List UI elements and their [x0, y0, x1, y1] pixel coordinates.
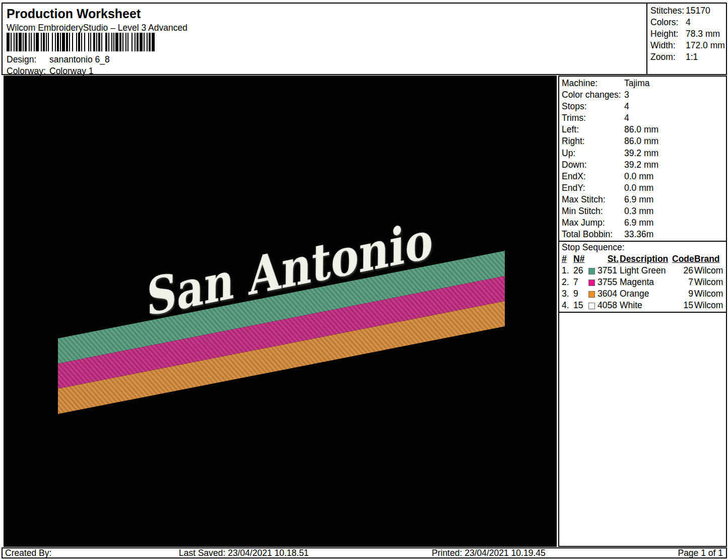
production-worksheet-page: Production Worksheet Wilcom EmbroiderySt…	[0, 0, 728, 560]
machine-info-row: Left:86.0 mm	[559, 124, 726, 135]
summary-row: Stitches:15170	[650, 5, 726, 17]
machine-info-panel: Machine:Tajima Color changes:3 Stops:4 T…	[558, 76, 727, 547]
col-stitch: St.	[588, 253, 620, 265]
stop-sequence-row: 2. 7 3755 Magenta 7 Wilcom	[559, 276, 726, 288]
machine-info-row: Min Stitch:0.3 mm	[559, 205, 726, 217]
design-summary-box: Stitches:15170 Colors:4 Height:78.3 mm W…	[646, 3, 727, 75]
machine-info-row: Max Stitch:6.9 mm	[559, 194, 726, 205]
stop-sequence-title: Stop Sequence:	[559, 242, 726, 253]
design-preview-canvas: San Antonio	[4, 76, 557, 547]
machine-info-row: Machine:Tajima	[559, 78, 726, 89]
machine-info-row: Right:86.0 mm	[559, 135, 726, 147]
design-barcode	[7, 33, 155, 51]
col-num: #	[562, 253, 573, 265]
machine-info-row: Up:39.2 mm	[559, 148, 726, 159]
summary-row: Width:172.0 mm	[650, 40, 726, 51]
design-name-row: Design: sanantonio 6_8	[7, 54, 110, 65]
col-code: Code	[672, 253, 694, 265]
header: Production Worksheet Wilcom EmbroiderySt…	[2, 3, 647, 75]
thread-color-swatch	[588, 291, 595, 298]
stop-sequence-row: 3. 9 3604 Orange 9 Wilcom	[559, 288, 726, 300]
summary-row: Zoom:1:1	[650, 51, 726, 63]
stop-sequence-header: # N# St. Description Code Brand	[559, 253, 726, 265]
machine-info-row: Stops:4	[559, 101, 726, 112]
machine-info-row: Trims:4	[559, 112, 726, 124]
machine-info-row: Down:39.2 mm	[559, 159, 726, 171]
design-label: Design:	[7, 54, 49, 65]
panel-divider	[559, 312, 726, 313]
col-needle: N#	[573, 253, 588, 265]
design-value: sanantonio 6_8	[49, 54, 110, 65]
page-title: Production Worksheet	[7, 7, 141, 21]
software-subtitle: Wilcom EmbroideryStudio – Level 3 Advanc…	[7, 23, 187, 33]
machine-info-row: EndX:0.0 mm	[559, 171, 726, 182]
thread-color-swatch	[588, 268, 595, 274]
machine-info-row: Color changes:3	[559, 89, 726, 101]
col-brand: Brand	[694, 253, 726, 265]
page-number: Page 1 of 1	[678, 548, 723, 557]
stop-sequence-row: 1. 26 3751 Light Green 26 Wilcom	[559, 265, 726, 276]
colorway-label: Colorway:	[7, 66, 49, 77]
thread-color-swatch	[588, 303, 595, 309]
embroidery-design: San Antonio	[4, 76, 557, 547]
summary-row: Colors:4	[650, 17, 726, 28]
machine-info-row: EndY:0.0 mm	[559, 182, 726, 194]
last-saved-text: Last Saved: 23/04/2021 10.18.51	[179, 548, 309, 557]
machine-info-row: Max Jump:6.9 mm	[559, 217, 726, 229]
summary-row: Height:78.3 mm	[650, 28, 726, 40]
stop-sequence-row: 4. 15 4058 White 15 Wilcom	[559, 300, 726, 311]
created-by-label: Created By:	[5, 548, 51, 557]
colorway-value: Colorway 1	[49, 66, 94, 77]
printed-text: Printed: 23/04/2021 10.19.45	[432, 548, 546, 557]
col-description: Description	[620, 253, 672, 265]
machine-info-row: Total Bobbin:33.36m	[559, 229, 726, 240]
footer-bar: Created By: Last Saved: 23/04/2021 10.18…	[2, 547, 727, 558]
colorway-row: Colorway: Colorway 1	[7, 66, 94, 77]
thread-color-swatch	[588, 279, 595, 286]
